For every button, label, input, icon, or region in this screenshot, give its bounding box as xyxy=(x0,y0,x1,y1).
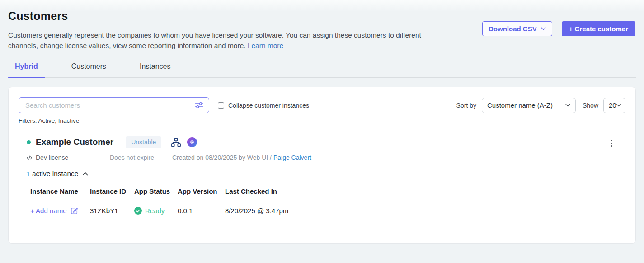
created-by-link[interactable]: Paige Calvert xyxy=(273,154,311,161)
search-input[interactable] xyxy=(24,101,195,110)
customer-name[interactable]: Example Customer xyxy=(36,137,113,147)
channel-badge: Unstable xyxy=(126,136,161,148)
instances-toggle[interactable]: 1 active instance xyxy=(9,170,88,178)
chevron-down-icon xyxy=(565,104,570,107)
header-actions: Download CSV + Create customer xyxy=(482,21,635,36)
col-header-instance-name: Instance Name xyxy=(30,187,90,195)
license-expiry: Does not expire xyxy=(110,154,172,161)
tab-hybrid[interactable]: Hybrid xyxy=(8,62,45,77)
page-description: Customers generally represent the compan… xyxy=(8,30,444,51)
customer-kebab-menu-icon[interactable] xyxy=(610,139,614,148)
chevron-up-icon xyxy=(82,172,88,176)
tab-customers[interactable]: Customers xyxy=(65,62,113,77)
license-type: Dev license xyxy=(26,154,110,161)
check-circle-icon xyxy=(134,207,142,215)
code-icon xyxy=(26,155,33,161)
page-description-text: Customers generally represent the compan… xyxy=(8,31,421,49)
learn-more-link[interactable]: Learn more xyxy=(248,42,283,49)
active-status-dot-icon xyxy=(27,140,31,144)
search-box xyxy=(19,97,209,113)
customer-row-header: Example Customer Unstable xyxy=(9,136,635,148)
col-header-app-status: App Status xyxy=(134,187,178,195)
license-type-label: Dev license xyxy=(36,154,68,161)
customers-card: Collapse customer instances Sort by Cust… xyxy=(8,87,636,244)
instance-row: + Add name 31ZKbY1 Ready 0.0.1 8/20/2025… xyxy=(30,201,613,221)
sitemap-icon xyxy=(171,137,181,148)
install-type-icons xyxy=(171,137,197,148)
create-customer-button[interactable]: + Create customer xyxy=(562,21,635,36)
created-text: Created on 08/20/2025 by Web UI / xyxy=(172,154,272,161)
add-name-label: + Add name xyxy=(30,207,66,215)
collapse-instances-group: Collapse customer instances xyxy=(218,102,309,109)
sort-by-select[interactable]: Customer name (A-Z) xyxy=(482,98,576,113)
chevron-down-icon xyxy=(541,27,546,30)
filter-sliders-icon[interactable] xyxy=(195,101,203,109)
col-header-instance-id: Instance ID xyxy=(90,187,134,195)
license-row: Dev license Does not expire Created on 0… xyxy=(9,154,635,161)
show-select[interactable]: 20 xyxy=(603,98,625,113)
show-label: Show xyxy=(583,102,598,109)
last-checked-in-value: 8/20/2025 @ 3:47pm xyxy=(225,207,613,215)
app-version-value: 0.0.1 xyxy=(178,207,225,215)
create-customer-label: + Create customer xyxy=(569,25,628,33)
sort-by-label: Sort by xyxy=(456,102,476,109)
edit-pencil-icon xyxy=(71,207,78,215)
download-csv-button[interactable]: Download CSV xyxy=(482,21,552,36)
add-name-button[interactable]: + Add name xyxy=(30,207,78,215)
app-status-cell: Ready xyxy=(134,207,178,215)
customer-divider xyxy=(19,234,625,234)
page-header: Customers Customers generally represent … xyxy=(0,0,644,51)
instances-toggle-label: 1 active instance xyxy=(26,170,78,178)
sort-show-controls: Sort by Customer name (A-Z) Show 20 xyxy=(456,98,625,113)
sort-by-value: Customer name (A-Z) xyxy=(487,101,553,109)
show-value: 20 xyxy=(609,101,616,109)
page-title: Customers xyxy=(8,10,636,23)
view-tabs: Hybrid Customers Instances xyxy=(8,62,636,78)
instances-table-header: Instance Name Instance ID App Status App… xyxy=(30,187,613,201)
tab-instances[interactable]: Instances xyxy=(133,62,177,77)
toolbar: Collapse customer instances Sort by Cust… xyxy=(9,87,635,113)
chevron-down-icon xyxy=(616,104,621,107)
col-header-app-version: App Version xyxy=(178,187,225,195)
filters-summary: Filters: Active, Inactive xyxy=(19,117,635,124)
license-created: Created on 08/20/2025 by Web UI / Paige … xyxy=(172,154,311,161)
instances-table: Instance Name Instance ID App Status App… xyxy=(30,187,613,221)
kubernetes-icon xyxy=(187,137,197,147)
download-csv-label: Download CSV xyxy=(489,25,537,33)
app-status-value: Ready xyxy=(145,207,165,215)
col-header-last-checked-in: Last Checked In xyxy=(225,187,613,195)
instance-id-value: 31ZKbY1 xyxy=(90,207,134,215)
collapse-instances-label: Collapse customer instances xyxy=(228,102,309,109)
collapse-instances-checkbox[interactable] xyxy=(218,102,224,109)
